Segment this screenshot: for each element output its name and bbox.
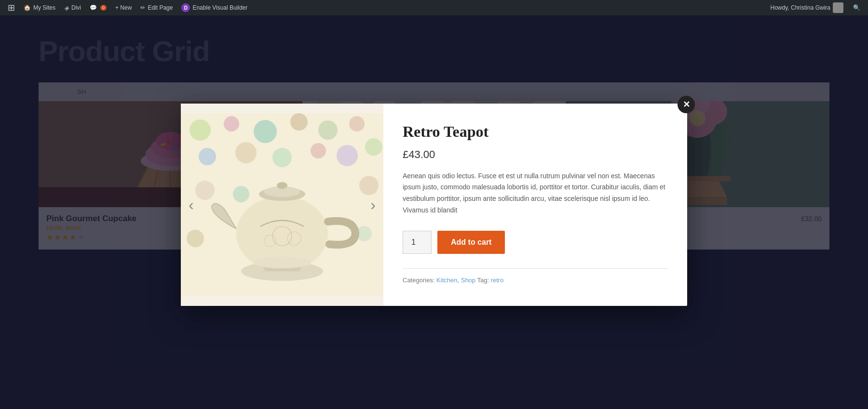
admin-bar: ⊞ 🏠 My Sites ◈ Divi 💬 0 + New ✏ Edit Pag… [0,0,868,15]
category-shop-link[interactable]: Shop [461,277,475,284]
comments-button[interactable]: 💬 0 [86,0,110,15]
my-sites-button[interactable]: 🏠 My Sites [20,0,59,15]
modal-add-to-cart-row: Add to cart [403,231,668,254]
user-avatar-icon [833,2,843,13]
wp-logo-icon: ⊞ [8,2,15,13]
svg-point-48 [235,142,257,163]
tag-label: Tag: [477,277,490,284]
svg-point-51 [337,145,358,166]
quantity-input[interactable] [403,231,432,254]
svg-point-45 [318,120,338,140]
modal-meta: Categories: Kitchen, Shop Tag: retro [403,277,668,284]
modal-price: £43.00 [403,148,668,161]
svg-point-41 [190,119,211,141]
search-icon: 🔍 [853,4,860,11]
categories-label: Categories: [403,277,434,284]
edit-page-button[interactable]: ✏ Edit Page [136,0,176,15]
svg-point-55 [187,230,204,247]
house-icon: 🏠 [24,4,31,11]
divi-dot-icon: D [181,3,190,12]
svg-point-47 [199,148,216,165]
svg-point-61 [277,182,287,189]
modal-product-image [181,113,383,296]
visual-builder-button[interactable]: D Enable Visual Builder [177,0,251,15]
divi-icon: ◈ [64,4,69,12]
category-kitchen-link[interactable]: Kitchen [436,277,457,284]
admin-bar-right: Howdy, Christina Gwira 🔍 [767,0,864,15]
tag-retro-link[interactable]: retro [491,277,504,284]
svg-point-44 [290,113,308,131]
product-modal: ✕ ‹ [181,104,687,306]
modal-prev-button[interactable]: ‹ [185,192,198,217]
modal-product-title: Retro Teapot [403,123,668,141]
modal-overlay[interactable]: ✕ ‹ [0,0,868,409]
modal-next-button[interactable]: › [366,192,380,217]
pencil-icon: ✏ [140,4,145,11]
svg-point-53 [195,181,215,200]
modal-image-section: ‹ [181,104,383,306]
svg-point-54 [233,186,249,202]
howdy-user[interactable]: Howdy, Christina Gwira [767,0,847,15]
modal-divider [403,268,668,269]
svg-point-52 [365,138,382,156]
admin-search-button[interactable]: 🔍 [849,0,864,15]
svg-point-46 [349,116,365,132]
divi-button[interactable]: ◈ Divi [60,0,85,15]
svg-point-49 [272,148,292,167]
modal-description: Aenean quis odio lectus. Fusce et est ut… [403,171,668,216]
wp-logo-button[interactable]: ⊞ [4,0,19,15]
svg-point-66 [253,257,311,268]
svg-point-43 [254,120,277,143]
comment-icon: 💬 [90,4,97,11]
close-icon: ✕ [683,99,690,110]
modal-close-button[interactable]: ✕ [678,96,695,113]
next-arrow-icon: › [370,196,376,213]
svg-point-42 [224,116,239,132]
new-content-button[interactable]: + New [111,0,136,15]
prev-arrow-icon: ‹ [189,196,194,213]
add-to-cart-button[interactable]: Add to cart [437,231,505,254]
modal-content-section: Retro Teapot £43.00 Aenean quis odio lec… [383,104,687,306]
svg-point-50 [311,143,326,158]
